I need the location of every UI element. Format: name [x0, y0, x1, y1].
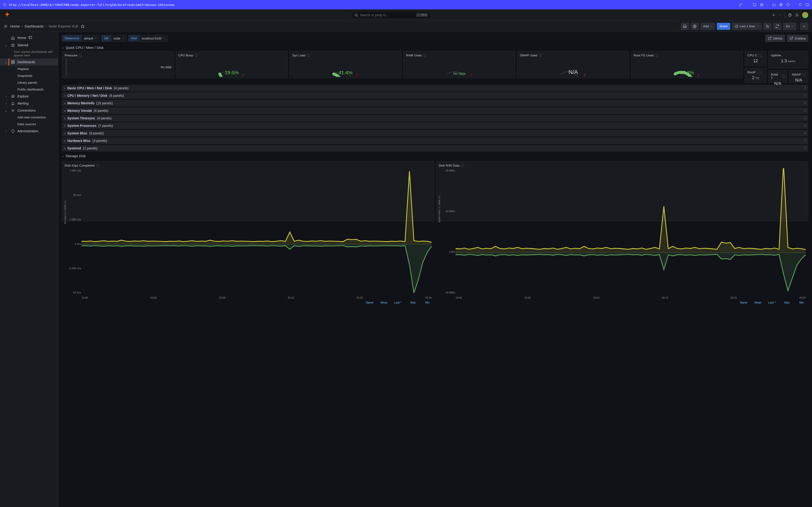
dock-icon[interactable] [28, 36, 32, 39]
nav-admin[interactable]: ›Administration [0, 127, 58, 134]
drag-handle-icon[interactable]: ⠿ [804, 131, 806, 135]
svg-point-39 [11, 95, 14, 98]
nav-sidebar: Home ⌄Starred Your starred dashboards wi… [0, 32, 58, 507]
var-job-value[interactable]: node [111, 35, 127, 42]
plus-icon[interactable] [772, 13, 775, 17]
drag-handle-icon[interactable]: ⠿ [804, 86, 806, 90]
globe-icon[interactable] [779, 3, 783, 7]
var-host-value[interactable]: localhost:9100 [139, 35, 168, 42]
nav-datasources[interactable]: Data sources [0, 121, 58, 127]
section-quick[interactable]: ⌄Quick CPU / Mem / Disk [62, 44, 808, 51]
section-vmstat[interactable]: ›Memory Vmstat(4 panels)⠿ [62, 107, 808, 114]
drag-handle-icon[interactable]: ⠿ [804, 94, 806, 98]
rss-icon[interactable] [795, 13, 799, 17]
panel-rootfs-total[interactable]: RootFi 2TiB [745, 68, 766, 83]
section-systemd[interactable]: ›Systemd(2 panels)⠿ [62, 145, 808, 152]
info-icon: i [307, 54, 310, 57]
nav-starred[interactable]: ⌄Starred [0, 42, 58, 49]
nav-alerting[interactable]: ›Alerting [0, 100, 58, 107]
refresh-button[interactable] [773, 23, 781, 30]
section-hardware[interactable]: ›Hardware Misc(3 panels)⠿ [62, 137, 808, 144]
help-icon[interactable] [788, 13, 792, 17]
info-icon: i [461, 164, 464, 167]
drag-handle-icon[interactable]: ⠿ [804, 147, 806, 150]
nav-snapshots[interactable]: Snapshots [0, 72, 58, 79]
link-icon[interactable] [739, 3, 743, 7]
section-basic[interactable]: ›Basic CPU / Mem / Net / Disk(4 panels)⠿ [62, 85, 808, 92]
panel-disk-iops[interactable]: Disk IOps Completedi IO read (-) / write… [62, 161, 434, 221]
home-icon [11, 36, 15, 40]
panel-ram-used[interactable]: RAM Usedi No data [403, 51, 515, 78]
zoom-out-button[interactable] [763, 23, 771, 30]
refresh-interval-button[interactable]: 1m [783, 23, 796, 30]
url-text[interactable]: http://localhost:3000/d/rYdddlPWk/node-e… [9, 3, 736, 7]
panel-disk-rw[interactable]: Disk R/W Datai bytes read (-) / write (+… [436, 161, 808, 221]
drag-handle-icon[interactable]: ⠿ [804, 139, 806, 143]
panel-cpu-busy[interactable]: CPU Busyi 19.5% [176, 51, 288, 78]
svg-marker-34 [11, 44, 14, 47]
drag-handle-icon[interactable]: ⠿ [804, 116, 806, 120]
var-datasource-value[interactable]: default [81, 35, 99, 42]
chevron-down-icon [95, 37, 97, 40]
section-timesync[interactable]: ›System Timesync(4 panels)⠿ [62, 115, 808, 121]
panel-swap-used[interactable]: SWAP Usedi N/A [517, 51, 629, 78]
panel-rootfs-used[interactable]: Root FS Usedi 67.3% [631, 51, 743, 78]
section-storage[interactable]: ⌄Storage Disk [62, 153, 808, 159]
chevron-down-icon[interactable] [779, 13, 781, 17]
chevron-down-icon [122, 37, 124, 40]
info-icon: i [539, 54, 542, 57]
panel-pressure[interactable]: Pressurei No data [62, 51, 174, 78]
section-cpumem[interactable]: ›CPU / Memory / Net / Disk(8 panels)⠿ [62, 92, 808, 99]
nav-addconn[interactable]: Add new connection [0, 114, 58, 121]
chevron-down-icon [710, 24, 712, 28]
search-input[interactable] [360, 13, 414, 17]
panel-icon[interactable] [805, 3, 809, 7]
nav-explore[interactable]: ›Explore [0, 93, 58, 100]
drag-handle-icon[interactable]: ⠿ [804, 124, 806, 127]
panel-swap-total[interactable]: SWAPi N/A [789, 70, 808, 83]
collapse-button[interactable] [800, 23, 808, 30]
add-button[interactable]: Add [701, 23, 715, 30]
nav-home[interactable]: Home [0, 34, 58, 42]
panel-uptime[interactable]: Uptime 1.3weeks [768, 51, 808, 68]
timerange-button[interactable]: Last 1 hour [732, 23, 761, 30]
svg-rect-13 [806, 4, 809, 6]
svg-point-21 [790, 16, 790, 16]
camera-icon[interactable] [760, 3, 764, 7]
diamond-icon[interactable] [798, 3, 802, 7]
nav-dashboards[interactable]: ⌄Dashboards [0, 58, 58, 65]
svg-point-27 [694, 26, 695, 27]
nav-connections[interactable]: ⌄Connections [0, 107, 58, 114]
save-button[interactable] [681, 23, 689, 30]
section-meminfo[interactable]: ›Memory Meminfo(15 panels)⠿ [62, 100, 808, 106]
breadcrumb-home[interactable]: Home [10, 24, 20, 28]
user-avatar[interactable] [802, 12, 808, 18]
svg-line-30 [768, 27, 769, 27]
menu-icon[interactable] [4, 24, 7, 28]
breadcrumb-dashboards[interactable]: Dashboards [25, 24, 44, 28]
svg-line-16 [357, 15, 357, 16]
panel-ram-total[interactable]: RAM Ti N/A [768, 70, 787, 83]
nav-library[interactable]: Library panels [0, 79, 58, 86]
section-misc[interactable]: ›System Misc(9 panels)⠿ [62, 130, 808, 136]
folder-icon[interactable] [772, 3, 776, 7]
svg-marker-26 [81, 25, 84, 28]
share-button[interactable]: Share [717, 23, 730, 30]
panel-sys-load[interactable]: Sys Loadi 41.4% [290, 51, 402, 78]
panel-cpu-cores[interactable]: CPU Ci 12 [745, 51, 766, 66]
grafana-logo-icon[interactable] [4, 12, 10, 18]
search-box[interactable]: ⌘+k [352, 11, 431, 19]
nav-public[interactable]: Public dashboards [0, 86, 58, 93]
nav-playlists[interactable]: Playlists [0, 65, 58, 72]
section-processes[interactable]: ›System Processes(7 panels)⠿ [62, 122, 808, 129]
settings-button[interactable] [691, 23, 699, 30]
github-link[interactable]: GitHub [765, 35, 785, 42]
var-job-label: Job [101, 35, 111, 42]
drag-handle-icon[interactable]: ⠿ [804, 109, 806, 113]
drag-handle-icon[interactable]: ⠿ [804, 101, 806, 105]
info-icon: i [781, 75, 785, 78]
target-icon[interactable] [786, 3, 790, 7]
screen-icon[interactable] [753, 3, 757, 7]
grafana-link[interactable]: Grafana [787, 35, 808, 42]
star-icon[interactable] [81, 24, 84, 28]
